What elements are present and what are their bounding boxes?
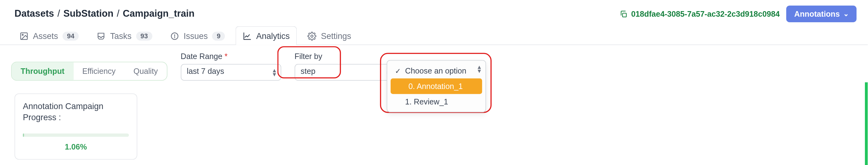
- tab-assets[interactable]: Assets 94: [12, 26, 86, 45]
- inbox-icon: [97, 32, 106, 40]
- metric-segmented: Throughput Efficiency Quality: [11, 62, 167, 81]
- breadcrumb-root[interactable]: Datasets: [14, 8, 54, 19]
- tab-settings[interactable]: Settings: [300, 26, 359, 45]
- alert-circle-icon: [170, 32, 179, 40]
- filter-value-dropdown[interactable]: ▲▼ ✓ Choose an option 0. Annotation_1 1.…: [386, 60, 486, 112]
- annotations-button[interactable]: Annotations ⌄: [786, 6, 857, 22]
- filter-by-label: Filter by: [294, 52, 395, 60]
- tab-label: Settings: [321, 31, 351, 41]
- updown-icon: ▲▼: [272, 68, 277, 76]
- date-range-value: last 7 days: [187, 67, 224, 76]
- required-indicator: *: [224, 52, 227, 60]
- uuid-text: 018dfae4-3085-7a57-ac32-2c3d918c0984: [631, 10, 780, 18]
- dataset-uuid[interactable]: 018dfae4-3085-7a57-ac32-2c3d918c0984: [619, 10, 780, 18]
- svg-point-6: [311, 35, 313, 37]
- chart-line-icon: [243, 32, 252, 40]
- dropdown-option-review1[interactable]: 1. Review_1: [387, 94, 486, 109]
- checkmark-icon: ✓: [394, 67, 402, 75]
- updown-icon: ▲▼: [476, 65, 482, 73]
- breadcrumb-mid[interactable]: SubStation: [63, 8, 113, 19]
- seg-quality[interactable]: Quality: [125, 63, 167, 80]
- annotations-button-label: Annotations: [794, 10, 840, 18]
- filter-by-select[interactable]: step ▲▼: [294, 64, 395, 81]
- breadcrumb: Datasets / SubStation / Campaign_train: [14, 8, 195, 19]
- image-icon: [20, 32, 29, 40]
- svg-rect-0: [622, 13, 626, 17]
- gear-icon: [308, 32, 316, 40]
- dropdown-option-choose[interactable]: ✓ Choose an option: [387, 63, 486, 78]
- progress-bar: [23, 133, 129, 136]
- tab-label: Tasks: [110, 31, 131, 41]
- breadcrumb-sep: /: [57, 8, 60, 19]
- date-range-select[interactable]: last 7 days ▲▼: [181, 64, 281, 81]
- tab-label: Analytics: [256, 31, 289, 41]
- tab-label: Issues: [184, 31, 208, 41]
- breadcrumb-leaf[interactable]: Campaign_train: [123, 8, 194, 19]
- tabbar: Assets 94 Tasks 93 Issues 9 A: [0, 26, 868, 45]
- date-range-label: Date Range *: [181, 52, 281, 60]
- svg-point-5: [175, 37, 175, 37]
- chevron-down-icon: ⌄: [843, 10, 849, 17]
- tab-count: 93: [136, 32, 153, 40]
- dropdown-option-label: 0. Annotation_1: [409, 82, 463, 91]
- progress-bar-fill: [23, 133, 24, 136]
- accent-rail: [865, 82, 868, 165]
- tab-tasks[interactable]: Tasks 93: [90, 26, 160, 45]
- svg-point-2: [22, 34, 23, 35]
- tab-count: 94: [63, 32, 79, 40]
- seg-efficiency[interactable]: Efficiency: [73, 63, 125, 80]
- tab-label: Assets: [33, 31, 58, 41]
- progress-percent: 1.06%: [23, 142, 129, 151]
- dropdown-option-label: Choose an option: [405, 66, 467, 75]
- copy-icon: [619, 10, 628, 18]
- tab-count: 9: [212, 32, 225, 40]
- progress-card-title: Annotation Campaign Progress :: [23, 101, 129, 123]
- filter-by-value: step: [301, 67, 316, 76]
- tab-analytics[interactable]: Analytics: [236, 26, 297, 45]
- tab-issues[interactable]: Issues 9: [163, 26, 232, 45]
- breadcrumb-sep: /: [117, 8, 120, 19]
- seg-throughput[interactable]: Throughput: [12, 63, 73, 80]
- progress-card: Annotation Campaign Progress : 1.06%: [14, 93, 137, 159]
- dropdown-option-annotation1[interactable]: 0. Annotation_1: [391, 79, 482, 94]
- dropdown-option-label: 1. Review_1: [405, 97, 448, 106]
